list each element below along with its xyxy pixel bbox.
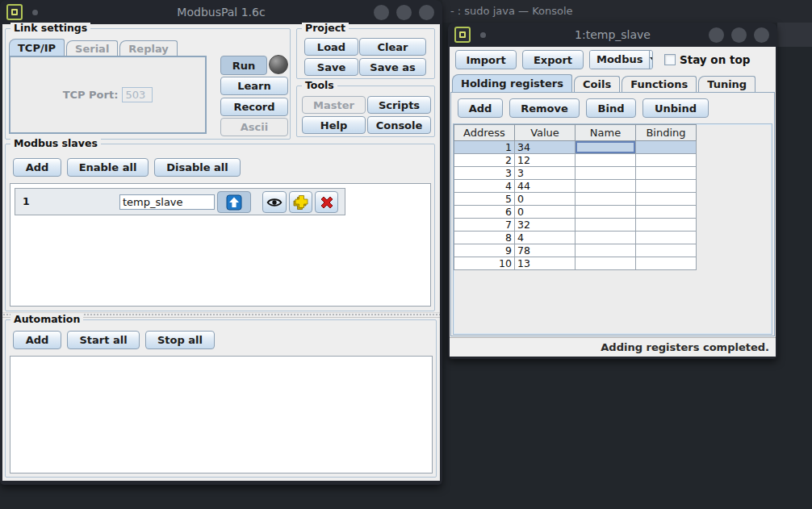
- import-button[interactable]: Import: [455, 50, 517, 69]
- scripts-button[interactable]: Scripts: [367, 96, 431, 114]
- col-header-address[interactable]: Address: [454, 125, 515, 141]
- col-header-value[interactable]: Value: [515, 125, 576, 141]
- stay-on-top-checkbox[interactable]: [664, 54, 676, 65]
- slave-add-automation-button[interactable]: [289, 191, 312, 213]
- cell-value[interactable]: 44: [515, 180, 576, 193]
- cell-name[interactable]: [576, 257, 636, 270]
- slave-minimize-button[interactable]: [709, 27, 724, 43]
- clear-button[interactable]: Clear: [359, 38, 426, 56]
- cell-binding[interactable]: [636, 257, 697, 270]
- cell-binding[interactable]: [636, 180, 697, 193]
- start-all-button[interactable]: Start all: [67, 331, 140, 349]
- cell-binding[interactable]: [636, 232, 697, 244]
- cell-address[interactable]: 2: [454, 154, 515, 167]
- console-button[interactable]: Console: [367, 116, 431, 134]
- tab-coils[interactable]: Coils: [574, 76, 620, 92]
- cell-address[interactable]: 6: [454, 206, 515, 219]
- col-header-binding[interactable]: Binding: [636, 125, 697, 141]
- cell-binding[interactable]: [636, 154, 697, 167]
- cell-name[interactable]: [576, 180, 636, 193]
- cell-value[interactable]: 12: [515, 154, 576, 167]
- cell-binding[interactable]: [636, 206, 697, 219]
- cell-address[interactable]: 4: [454, 180, 515, 193]
- tab-serial[interactable]: Serial: [66, 40, 118, 56]
- tab-tuning[interactable]: Tuning: [698, 76, 755, 92]
- slave-titlebar[interactable]: 1:temp_slave: [448, 23, 777, 47]
- tab-tcpip[interactable]: TCP/IP: [9, 39, 65, 56]
- stop-all-button[interactable]: Stop all: [145, 331, 215, 349]
- slave-enable-toggle[interactable]: [217, 191, 251, 213]
- record-button[interactable]: Record: [220, 98, 288, 116]
- cell-name[interactable]: [576, 219, 636, 232]
- tab-functions[interactable]: Functions: [622, 76, 697, 92]
- ascii-button[interactable]: Ascii: [220, 118, 288, 136]
- help-button[interactable]: Help: [302, 116, 366, 134]
- slave-view-button[interactable]: [262, 191, 287, 213]
- cell-value[interactable]: 3: [515, 167, 576, 180]
- cell-binding[interactable]: [636, 167, 697, 180]
- cell-address[interactable]: 8: [454, 232, 515, 244]
- enable-all-button[interactable]: Enable all: [67, 158, 149, 177]
- save-button[interactable]: Save: [304, 58, 358, 76]
- save-as-button[interactable]: Save as: [359, 58, 426, 76]
- export-button[interactable]: Export: [522, 50, 584, 69]
- protocol-combobox[interactable]: Modbus: [589, 50, 653, 69]
- register-bind-button[interactable]: Bind: [586, 98, 636, 118]
- table-row[interactable]: 84: [454, 232, 697, 244]
- cell-name[interactable]: [576, 232, 636, 244]
- register-add-button[interactable]: Add: [458, 98, 503, 118]
- slave-row[interactable]: 1: [15, 188, 345, 215]
- cell-address[interactable]: 3: [454, 167, 515, 180]
- register-remove-button[interactable]: Remove: [509, 98, 580, 118]
- slave-name-field[interactable]: [119, 194, 215, 210]
- table-row[interactable]: 212: [454, 154, 697, 167]
- cell-value[interactable]: 4: [515, 232, 576, 244]
- table-row[interactable]: 444: [454, 180, 697, 193]
- table-row[interactable]: 1013: [454, 257, 697, 270]
- cell-name[interactable]: [576, 244, 636, 257]
- cell-address[interactable]: 7: [454, 219, 515, 232]
- cell-binding[interactable]: [636, 193, 697, 206]
- tab-replay[interactable]: Replay: [119, 40, 177, 56]
- table-row[interactable]: 60: [454, 206, 697, 219]
- cell-value[interactable]: 32: [515, 219, 576, 232]
- slave-add-button[interactable]: Add: [13, 158, 61, 177]
- cell-value[interactable]: 0: [515, 193, 576, 206]
- col-header-name[interactable]: Name: [576, 125, 636, 141]
- disable-all-button[interactable]: Disable all: [154, 158, 241, 177]
- cell-name[interactable]: [576, 193, 636, 206]
- cell-name[interactable]: [576, 167, 636, 180]
- table-row[interactable]: 33: [454, 167, 697, 180]
- cell-address[interactable]: 10: [454, 257, 515, 270]
- main-titlebar[interactable]: ModbusPal 1.6c: [0, 0, 442, 24]
- slave-maximize-button[interactable]: [731, 27, 747, 43]
- cell-value[interactable]: 0: [515, 206, 576, 219]
- cell-name[interactable]: [576, 154, 636, 167]
- close-button[interactable]: [419, 5, 434, 20]
- minimize-button[interactable]: [374, 5, 389, 20]
- window-menu-dot[interactable]: [32, 10, 38, 15]
- cell-name[interactable]: [576, 206, 636, 219]
- cell-binding[interactable]: [636, 141, 697, 154]
- slave-window-menu-dot[interactable]: [480, 32, 486, 38]
- cell-address[interactable]: 9: [454, 244, 515, 257]
- table-row[interactable]: 732: [454, 219, 697, 232]
- cell-value[interactable]: 34: [515, 141, 576, 154]
- tab-holding-registers[interactable]: Holding registers: [452, 74, 572, 92]
- slave-close-button[interactable]: [754, 27, 769, 43]
- tcp-port-field[interactable]: [122, 87, 153, 102]
- slave-app-icon[interactable]: [454, 27, 471, 43]
- table-row[interactable]: 978: [454, 244, 697, 257]
- cell-value[interactable]: 13: [515, 257, 576, 270]
- konsole-titlebar[interactable]: - : sudo java — Konsole: [442, 0, 812, 23]
- table-row[interactable]: 50: [454, 193, 697, 206]
- cell-address[interactable]: 1: [454, 141, 515, 154]
- cell-binding[interactable]: [636, 244, 697, 257]
- automation-add-button[interactable]: Add: [13, 331, 61, 349]
- cell-address[interactable]: 5: [454, 193, 515, 206]
- table-row[interactable]: 134: [454, 141, 697, 154]
- cell-value[interactable]: 78: [515, 244, 576, 257]
- run-button[interactable]: Run: [220, 56, 267, 75]
- slave-delete-button[interactable]: [315, 191, 338, 213]
- cell-binding[interactable]: [636, 219, 697, 232]
